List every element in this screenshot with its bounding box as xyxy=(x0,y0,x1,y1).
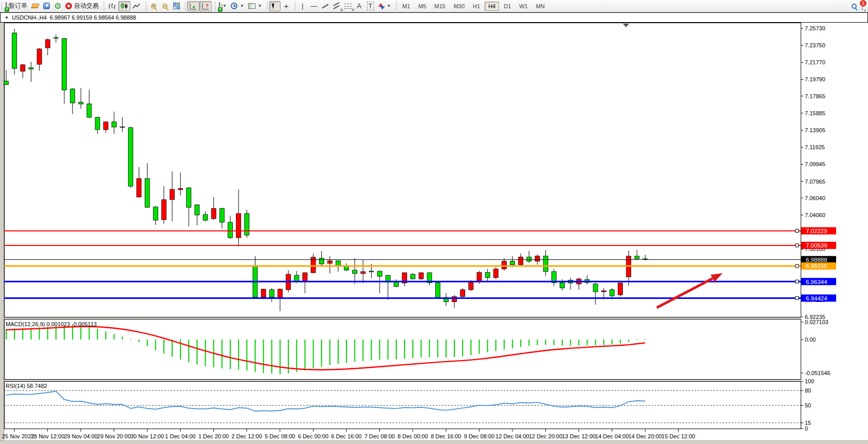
price-badge-label: 6.98888 xyxy=(806,257,827,263)
price-badge-label: 7.02229 xyxy=(806,228,827,234)
candle-body xyxy=(103,122,108,130)
chart-collapse-icon[interactable]: ▼ xyxy=(5,15,9,20)
candle-body xyxy=(519,257,523,264)
templates-button[interactable]: ▼ xyxy=(246,1,264,11)
line-handle[interactable] xyxy=(796,296,799,299)
line-chart-button[interactable] xyxy=(131,1,143,11)
line-handle[interactable] xyxy=(796,244,799,247)
new-order-button[interactable]: + 新订单 xyxy=(4,1,29,11)
arrows-button[interactable]: ▼ xyxy=(376,1,393,11)
svg-text:-0.051546: -0.051546 xyxy=(805,370,830,376)
toolbar-group-trade: + 新订单 自动交易 xyxy=(0,0,102,12)
cursor-button[interactable] xyxy=(269,1,281,11)
toolbar-group-scroll xyxy=(183,0,213,12)
bar-chart-icon xyxy=(108,3,116,10)
crosshair-button[interactable]: + xyxy=(281,1,292,11)
candle-body xyxy=(369,271,374,272)
candle-body xyxy=(145,179,150,207)
bar-chart-button[interactable] xyxy=(106,1,118,11)
trendline-button[interactable] xyxy=(320,1,331,11)
svg-text:9 Dec 08:00: 9 Dec 08:00 xyxy=(464,433,494,439)
auto-scroll-button[interactable] xyxy=(187,1,199,11)
toolbar-group-cursor: + xyxy=(266,0,293,12)
notification-badge: 1 xyxy=(860,0,866,7)
candle-body xyxy=(485,273,490,278)
zoom-out-button[interactable]: − xyxy=(159,1,171,11)
timeframe-button-M1[interactable]: M1 xyxy=(399,2,414,11)
timeframe-button-H1[interactable]: H1 xyxy=(469,2,484,11)
price-badge-label: 6.96344 xyxy=(806,279,827,285)
timeframe-button-M15[interactable]: M15 xyxy=(431,2,449,11)
vertical-line-button[interactable]: | xyxy=(297,1,308,11)
candlestick-chart-button[interactable] xyxy=(118,1,131,11)
autotrade-button[interactable]: 自动交易 xyxy=(63,1,101,11)
depth-of-market-button[interactable] xyxy=(29,1,41,11)
line-handle[interactable] xyxy=(796,229,799,233)
fibonacci-button[interactable]: F xyxy=(342,1,354,11)
svg-text:7.21770: 7.21770 xyxy=(805,59,825,65)
candle-body xyxy=(120,127,125,127)
price-badge-label: 7.00539 xyxy=(806,242,827,248)
signal-icon xyxy=(55,3,61,9)
candle-body xyxy=(4,81,9,85)
channel-icon xyxy=(333,4,340,9)
timeframe-button-MN[interactable]: MN xyxy=(532,2,548,11)
chart-window[interactable]: 7.257307.237507.217707.197907.178657.158… xyxy=(0,23,868,440)
timeframe-button-M30[interactable]: M30 xyxy=(450,2,468,11)
zoom-in-button[interactable]: + xyxy=(148,1,159,11)
timeframe-button-H4[interactable]: H4 xyxy=(485,2,499,11)
candle-body xyxy=(153,207,158,220)
new-chart-button[interactable]: + ▼ xyxy=(217,1,229,11)
gold-icon xyxy=(31,4,39,8)
signals-button[interactable] xyxy=(52,1,63,11)
svg-text:80: 80 xyxy=(805,387,811,394)
svg-text:1 Dec 20:00: 1 Dec 20:00 xyxy=(198,433,229,439)
candle-body xyxy=(560,283,565,288)
channel-button[interactable]: E xyxy=(331,1,342,11)
vertical-line-icon: | xyxy=(302,2,303,10)
svg-text:6 Dec 00:00: 6 Dec 00:00 xyxy=(298,433,328,439)
candle-body xyxy=(477,273,482,282)
text-button[interactable]: A xyxy=(354,1,365,11)
main-toolbar: + 新订单 自动交易 + − xyxy=(0,0,868,12)
notifications-button[interactable]: 1 xyxy=(862,3,863,10)
svg-text:25 Nov 2022: 25 Nov 2022 xyxy=(2,433,34,439)
periods-button[interactable]: ▼ xyxy=(229,1,246,11)
text-label-button[interactable]: T xyxy=(365,1,376,11)
tile-windows-icon xyxy=(173,3,180,9)
chart-canvas[interactable]: 7.257307.237507.217707.197907.178657.158… xyxy=(0,23,868,440)
candle-body xyxy=(510,261,515,265)
search-icon[interactable] xyxy=(852,4,857,9)
candle-body xyxy=(211,208,216,219)
line-handle[interactable] xyxy=(796,280,799,283)
tile-windows-button[interactable] xyxy=(171,1,182,11)
template-icon xyxy=(248,3,255,9)
candle-body xyxy=(112,122,116,127)
candle-body xyxy=(219,208,224,222)
trendline-icon xyxy=(322,4,328,8)
svg-text:0.027103: 0.027103 xyxy=(805,319,828,325)
timeframe-button-M5[interactable]: M5 xyxy=(415,2,430,11)
candle-body xyxy=(178,188,183,190)
chart-shift-button[interactable] xyxy=(199,1,212,11)
timeframe-button-D1[interactable]: D1 xyxy=(500,2,514,11)
svg-text:7.09945: 7.09945 xyxy=(805,161,825,167)
timeframe-button-W1[interactable]: W1 xyxy=(515,2,531,11)
market-button[interactable] xyxy=(41,1,52,11)
candle-body xyxy=(228,222,233,238)
candle-body xyxy=(170,189,175,200)
svg-text:0: 0 xyxy=(805,425,808,432)
candle-body xyxy=(87,104,91,117)
candle-body xyxy=(327,261,332,263)
candle-body xyxy=(635,256,639,259)
horizontal-line-button[interactable]: — xyxy=(308,1,320,11)
candle-body xyxy=(535,256,540,261)
svg-text:14 Dec 04:00: 14 Dec 04:00 xyxy=(595,433,629,439)
svg-text:7 Dec 08:00: 7 Dec 08:00 xyxy=(364,433,395,439)
candle-body xyxy=(353,270,357,274)
chart-title-bar: ▼ USDCNH-,H4 6.98967 6.99159 6.98564 6.9… xyxy=(0,12,868,23)
chart-shift-icon xyxy=(201,3,210,10)
line-handle[interactable] xyxy=(796,264,799,268)
zoom-out-icon: − xyxy=(162,4,168,9)
candle-body xyxy=(187,188,191,207)
